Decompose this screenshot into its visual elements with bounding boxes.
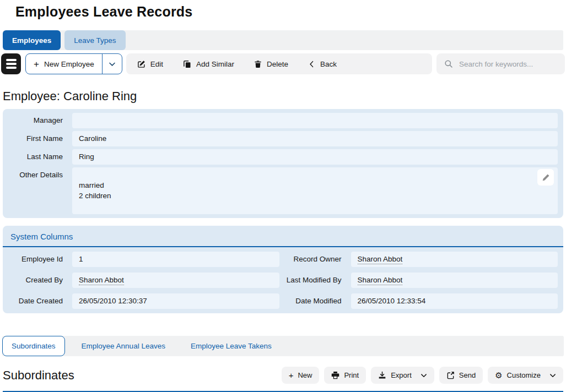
edit-label: Edit <box>150 60 163 68</box>
system-columns-heading: System Columns <box>3 226 563 247</box>
field-label: Created By <box>3 273 72 288</box>
send-icon <box>446 371 455 379</box>
delete-label: Delete <box>267 60 288 68</box>
date-created-value: 26/05/2010 12:30:37 <box>72 293 279 309</box>
field-label: Employee Id <box>3 252 72 267</box>
employee-id-value: 1 <box>72 252 279 267</box>
search-box <box>436 53 565 74</box>
field-row-employee-id: Employee Id 1 <box>3 252 279 267</box>
field-row-manager: Manager <box>3 113 558 128</box>
field-row-last-name: Last Name Ring <box>3 149 558 165</box>
created-by-link[interactable]: Sharon Abbot <box>79 276 124 285</box>
new-label: New <box>298 371 312 379</box>
system-columns-grid: Employee Id 1 Created By Sharon Abbot Da… <box>3 247 563 313</box>
subordinates-header: Subordinates + New Print Export Send <box>3 367 563 384</box>
field-row-first-name: First Name Caroline <box>3 131 558 146</box>
tab-subordinates[interactable]: Subordinates <box>2 336 65 356</box>
back-label: Back <box>320 60 337 68</box>
field-row-date-created: Date Created 26/05/2010 12:30:37 <box>3 293 279 309</box>
module-tab-bar: Employees Leave Types <box>3 30 563 50</box>
new-employee-split-button: + New Employee <box>25 53 122 74</box>
edit-icon <box>137 60 145 68</box>
field-label: Date Created <box>3 293 72 309</box>
field-label: Manager <box>3 113 72 128</box>
send-button[interactable]: Send <box>439 367 483 384</box>
last-modified-by-value: Sharon Abbot <box>351 273 558 288</box>
field-row-last-modified-by: Last Modified By Sharon Abbot <box>282 273 558 288</box>
subordinates-actions: + New Print Export Send ⚙ Custom <box>282 367 563 384</box>
last-name-value[interactable]: Ring <box>72 149 558 165</box>
export-button[interactable]: Export <box>371 367 434 384</box>
field-label: First Name <box>3 131 72 146</box>
field-label: Other Details <box>3 167 72 214</box>
page-title: Employees Leave Records <box>15 4 566 20</box>
record-heading: Employee: Caroline Ring <box>3 89 566 104</box>
system-columns-left: Employee Id 1 Created By Sharon Abbot Da… <box>3 252 279 309</box>
plus-icon: + <box>289 371 294 379</box>
toolbar: + New Employee Edit Add Similar Delet <box>1 53 565 74</box>
send-label: Send <box>459 371 476 379</box>
first-name-value[interactable]: Caroline <box>72 131 558 146</box>
customize-label: Customize <box>507 371 541 379</box>
manager-value[interactable] <box>72 113 558 128</box>
plus-icon: + <box>34 59 39 69</box>
field-row-created-by: Created By Sharon Abbot <box>3 273 279 288</box>
tab-employees-label: Employees <box>12 36 51 45</box>
system-columns-card: System Columns Employee Id 1 Created By … <box>3 226 563 313</box>
tab-employee-leave-takens[interactable]: Employee Leave Takens <box>182 336 281 356</box>
hamburger-icon <box>6 59 17 61</box>
tab-employee-annual-leaves[interactable]: Employee Annual Leaves <box>73 336 174 356</box>
printer-icon <box>331 371 339 379</box>
detail-tab-bar: Subordinates Employee Annual Leaves Empl… <box>2 336 564 356</box>
copy-icon <box>183 60 191 68</box>
field-label: Last Modified By <box>282 273 351 288</box>
field-label: Record Owner <box>282 252 351 267</box>
chevron-down-icon <box>421 372 427 379</box>
tab-leave-takens-label: Employee Leave Takens <box>191 342 272 350</box>
record-owner-value: Sharon Abbot <box>351 252 558 267</box>
search-input[interactable] <box>459 60 557 68</box>
chevron-left-icon <box>308 61 315 68</box>
edit-other-details-button[interactable] <box>537 169 554 186</box>
trash-icon <box>254 60 262 68</box>
tab-leave-types-label: Leave Types <box>74 36 116 45</box>
field-label: Last Name <box>3 149 72 165</box>
add-similar-button[interactable]: Add Similar <box>183 60 234 68</box>
export-label: Export <box>391 371 412 379</box>
tab-leave-types[interactable]: Leave Types <box>64 30 125 50</box>
field-row-other-details: Other Details married 2 children <box>3 167 558 214</box>
last-modified-by-link[interactable]: Sharon Abbot <box>358 276 403 285</box>
chevron-down-icon <box>109 61 116 68</box>
search-icon <box>444 59 453 68</box>
print-button[interactable]: Print <box>324 367 366 384</box>
menu-hamburger-button[interactable] <box>1 53 21 74</box>
field-row-record-owner: Record Owner Sharon Abbot <box>282 252 558 267</box>
back-button[interactable]: Back <box>308 60 337 68</box>
new-employee-dropdown-button[interactable] <box>102 54 122 74</box>
edit-button[interactable]: Edit <box>137 60 163 68</box>
pencil-icon <box>542 165 550 190</box>
add-similar-label: Add Similar <box>196 60 234 68</box>
created-by-value: Sharon Abbot <box>72 273 279 288</box>
other-details-value[interactable]: married 2 children <box>72 167 558 214</box>
date-modified-value: 26/05/2010 12:33:54 <box>351 293 558 309</box>
customize-button[interactable]: ⚙ Customize <box>488 367 563 384</box>
delete-button[interactable]: Delete <box>254 60 288 68</box>
new-record-button[interactable]: + New <box>282 367 320 384</box>
new-employee-label: New Employee <box>44 60 94 68</box>
tab-annual-leaves-label: Employee Annual Leaves <box>82 342 165 350</box>
other-details-text: married 2 children <box>79 181 111 200</box>
record-actions-strip: Edit Add Similar Delete Back <box>126 53 432 74</box>
chevron-down-icon <box>549 372 556 379</box>
record-owner-link[interactable]: Sharon Abbot <box>358 255 403 264</box>
subordinates-title: Subordinates <box>3 368 74 383</box>
record-fields-card: Manager First Name Caroline Last Name Ri… <box>3 109 563 218</box>
tab-employees[interactable]: Employees <box>3 30 61 50</box>
download-icon <box>378 371 386 379</box>
gear-icon: ⚙ <box>495 371 502 379</box>
tab-subordinates-label: Subordinates <box>12 342 56 350</box>
print-label: Print <box>344 371 359 379</box>
field-row-date-modified: Date Modified 26/05/2010 12:33:54 <box>282 293 558 309</box>
field-label: Date Modified <box>282 293 351 309</box>
new-employee-button[interactable]: + New Employee <box>26 54 102 74</box>
